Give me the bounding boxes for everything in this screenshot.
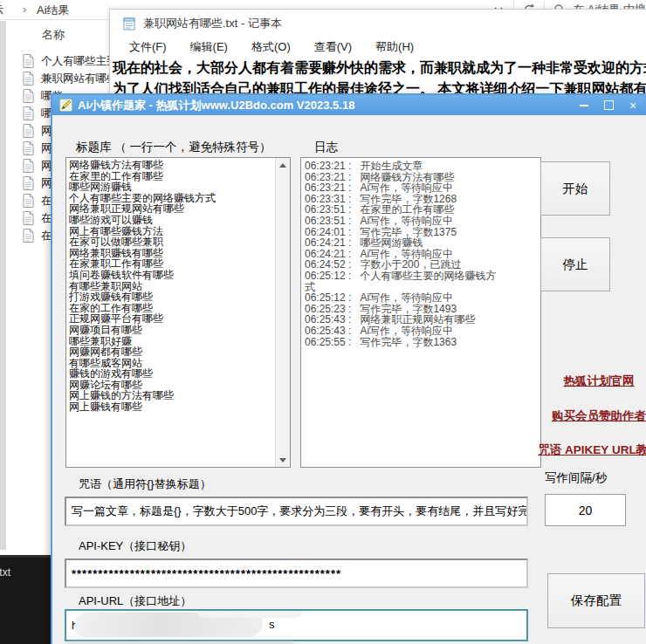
apiurl-label: API-URL（接口地址） <box>79 593 191 609</box>
titles-scrollbar[interactable] <box>275 158 290 467</box>
text-file-icon <box>23 211 35 225</box>
log-label: 日志 <box>314 140 338 155</box>
titles-listbox[interactable]: 网络赚钱方法有哪些 在家里的工作有哪些 哪些网游赚钱 个人有哪些主要的网络赚钱方… <box>65 157 291 468</box>
breadcrumb-separator: › <box>23 3 26 16</box>
app-title: Ai小镇作题家 - 热狐计划www.U2Bdo.com V2023.5.18 <box>78 98 354 113</box>
notepad-text-area[interactable]: 现在的社会，大部分人都有着需要赚外快的需求，而兼职就成为了一种非常受欢迎的方式 … <box>110 58 646 97</box>
official-site-link[interactable]: 热狐计划官网 <box>524 373 646 389</box>
text-file-icon <box>23 159 35 173</box>
stop-button[interactable]: 停止 <box>540 237 610 291</box>
apikey-value: ****************************************… <box>72 567 341 580</box>
prompt-value: 写一篇文章，标题是{}，字数大于500字，要求分为三段，要有开头，要有结尾，并且… <box>72 504 528 519</box>
notepad-title: 兼职网站有哪些.txt - 记事本 <box>143 16 282 31</box>
titles-label: 标题库 （ 一行一个，避免特殊符号） <box>76 140 271 155</box>
text-file-icon <box>23 194 35 208</box>
text-file-icon <box>23 141 35 155</box>
dark-background-window[interactable]: .txt <box>0 555 53 644</box>
text-file-icon <box>23 124 35 138</box>
breadcrumb-current[interactable]: Ai结果 <box>37 3 70 18</box>
titles-list[interactable]: 网络赚钱方法有哪些 在家里的工作有哪些 哪些网游赚钱 个人有哪些主要的网络赚钱方… <box>69 160 272 465</box>
column-header-name[interactable]: 名称 <box>42 27 65 43</box>
maximize-button[interactable] <box>601 98 616 113</box>
apikey-input[interactable]: ****************************************… <box>65 558 528 588</box>
save-config-button[interactable]: 保存配置 <box>547 573 645 628</box>
pencil-icon <box>59 99 72 112</box>
interval-input[interactable]: 20 <box>545 494 626 526</box>
notepad-icon <box>122 17 136 31</box>
app-titlebar[interactable]: Ai小镇作题家 - 热狐计划www.U2Bdo.com V2023.5.18 × <box>52 95 646 115</box>
scroll-down-icon[interactable] <box>276 453 290 467</box>
apiurl-input[interactable]: h s <box>65 609 528 641</box>
censor-blob <box>197 609 302 618</box>
menu-help[interactable]: 帮助(H) <box>375 39 414 55</box>
notepad-menubar: 文件(F) 编辑(E) 格式(O) 查看(V) 帮助(H) <box>110 38 646 57</box>
prompt-label: 咒语（通用符{}替换标题） <box>79 476 211 492</box>
start-button[interactable]: 开始 <box>540 161 610 216</box>
text-file-icon <box>23 54 35 68</box>
file-name: 兼职网站有哪些 <box>41 72 118 86</box>
dark-window-filename: .txt <box>0 566 10 579</box>
log-box[interactable]: 06:23:21 : 开始生成文章 06:23:21 : 网络赚钱方法有哪些 0… <box>300 157 541 468</box>
interval-label: 写作间隔/秒 <box>545 470 607 486</box>
menu-view[interactable]: 查看(V) <box>314 39 352 55</box>
tutorial-link[interactable]: 咒语 APIKEY URL教程 <box>524 442 646 458</box>
menu-format[interactable]: 格式(O) <box>251 39 291 55</box>
minimize-button[interactable] <box>576 98 592 113</box>
prompt-input[interactable]: 写一篇文章，标题是{}，字数大于500字，要求分为三段，要有开头，要有结尾，并且… <box>65 497 528 526</box>
scroll-up-icon[interactable] <box>276 158 290 172</box>
log-lines: 06:23:21 : 开始生成文章 06:23:21 : 网络赚钱方法有哪些 0… <box>305 161 537 464</box>
close-button[interactable]: × <box>625 98 641 113</box>
app-window: Ai小镇作题家 - 热狐计划www.U2Bdo.com V2023.5.18 ×… <box>51 93 646 644</box>
text-file-icon <box>23 89 35 103</box>
text-file-icon <box>23 176 35 190</box>
screen: 示 › Ai结果 在 Ai结果 中搜 名称 个人有哪些主要兼职网站有哪些哪些哪些… <box>0 0 646 644</box>
file-name: 个人有哪些主要 <box>41 54 118 69</box>
notepad-titlebar[interactable]: 兼职网站有哪些.txt - 记事本 <box>110 10 646 38</box>
buy-membership-link[interactable]: 购买会员赞助作者 <box>524 408 646 424</box>
menu-file[interactable]: 文件(F) <box>129 39 167 55</box>
text-file-icon <box>23 106 35 120</box>
text-file-icon <box>23 72 35 86</box>
breadcrumb-root[interactable]: 示 <box>0 3 3 18</box>
notepad-text-line: 现在的社会，大部分人都有着需要赚外快的需求，而兼职就成为了一种非常受欢迎的方式 <box>113 59 646 78</box>
apiurl-end: s <box>269 618 275 631</box>
interval-value: 20 <box>579 504 593 517</box>
notepad-window: 兼职网站有哪些.txt - 记事本 文件(F) 编辑(E) 格式(O) 查看(V… <box>109 9 646 98</box>
text-file-icon <box>23 229 35 243</box>
apikey-label: API-KEY（接口秘钥） <box>79 538 191 554</box>
menu-edit[interactable]: 编辑(E) <box>190 39 228 55</box>
